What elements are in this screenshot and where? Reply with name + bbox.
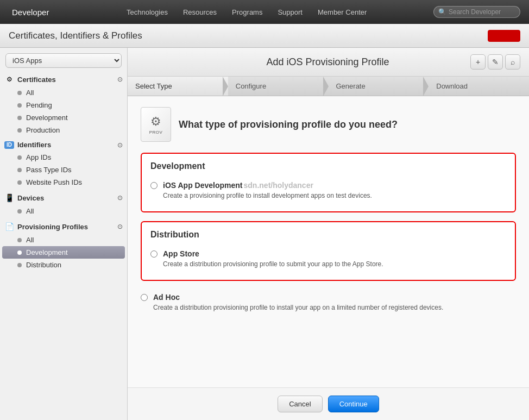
main-layout: iOS Apps ⚙ Certificates ⊙ All Pending [0, 48, 529, 420]
dot [17, 103, 22, 108]
identifiers-icon: ID [4, 141, 14, 149]
dot [17, 180, 22, 185]
sidebar-item-prov-distribution[interactable]: Distribution [0, 259, 127, 271]
profile-header: ⚙ PROV What type of provisioning profile… [141, 107, 516, 142]
ios-app-dev-content: iOS App Developmentsdn.net/holydancer Cr… [163, 181, 372, 200]
sidebar-item-certs-all[interactable]: All [0, 86, 127, 99]
dot [17, 155, 22, 160]
app-store-option: App Store Create a distribution provisio… [150, 246, 506, 272]
nav-links: Technologies Resources Programs Support … [60, 8, 433, 16]
edit-button[interactable]: ✎ [488, 54, 503, 70]
wizard-step-select-type[interactable]: Select Type [128, 77, 228, 96]
adhoc-section: Ad Hoc Create a distribution provisionin… [141, 290, 516, 312]
app-store-title: App Store [163, 249, 383, 258]
wizard-step-configure[interactable]: Configure [228, 77, 329, 96]
sidebar-item-website-push-ids[interactable]: Website Push IDs [0, 176, 127, 189]
developer-label: Developer [12, 8, 49, 17]
dot [17, 263, 22, 267]
certificates-icon: ⚙ [4, 74, 14, 84]
certificates-chevron: ⊙ [117, 76, 123, 83]
identifiers-header[interactable]: ID Identifiers ⊙ [0, 137, 127, 151]
distribution-section: Distribution App Store Create a distribu… [141, 221, 516, 281]
search-input[interactable] [449, 8, 519, 16]
wizard-step-generate[interactable]: Generate [329, 77, 429, 96]
provisioning-icon: 📄 [4, 222, 14, 231]
nav-support[interactable]: Support [278, 8, 303, 16]
dot [17, 168, 22, 172]
sidebar-section-devices: 📱 Devices ⊙ All [0, 190, 127, 217]
nav-resources[interactable]: Resources [183, 8, 217, 16]
certificates-header[interactable]: ⚙ Certificates ⊙ [0, 71, 127, 86]
dot [17, 209, 22, 214]
ios-app-dev-title: iOS App Developmentsdn.net/holydancer [163, 181, 372, 190]
gear-icon: ⚙ [150, 115, 161, 129]
dot [17, 250, 22, 255]
content-title: Add iOS Provisioning Profile [185, 57, 470, 68]
app-store-radio[interactable] [150, 250, 158, 258]
sidebar-item-pass-type-ids[interactable]: Pass Type IDs [0, 164, 127, 176]
sidebar-section-provisioning: 📄 Provisioning Profiles ⊙ All Developmen… [0, 218, 127, 271]
add-button[interactable]: + [470, 54, 486, 70]
distribution-title: Distribution [150, 230, 506, 240]
prov-icon: ⚙ PROV [141, 107, 171, 142]
app-store-desc: Create a distribution provisioning profi… [163, 259, 383, 269]
top-nav: Developer Technologies Resources Program… [0, 0, 529, 24]
wizard-step-download[interactable]: Download [429, 77, 529, 96]
sidebar-item-prov-development[interactable]: Development [2, 246, 125, 259]
certificates-items: All Pending Development Production [0, 86, 127, 136]
devices-items: All [0, 205, 127, 217]
dot [17, 91, 22, 95]
dot [17, 116, 22, 120]
devices-label: Devices [17, 194, 117, 202]
dot [17, 128, 22, 133]
devices-icon: 📱 [4, 193, 14, 203]
search-button[interactable]: ⌕ [505, 54, 520, 70]
cancel-button[interactable]: Cancel [278, 396, 322, 412]
adhoc-content: Ad Hoc Create a distribution provisionin… [153, 293, 443, 312]
provisioning-header[interactable]: 📄 Provisioning Profiles ⊙ [0, 218, 127, 234]
devices-chevron: ⊙ [117, 194, 123, 202]
nav-programs[interactable]: Programs [232, 8, 262, 16]
development-section: Development iOS App Developmentsdn.net/h… [141, 153, 516, 212]
devices-header[interactable]: 📱 Devices ⊙ [0, 190, 127, 205]
nav-logo[interactable]: Developer [9, 8, 49, 17]
identifiers-chevron: ⊙ [117, 141, 123, 149]
sidebar-section-identifiers: ID Identifiers ⊙ App IDs Pass Type IDs W… [0, 137, 127, 189]
content-footer: Cancel Continue [128, 387, 529, 420]
ios-app-dev-radio[interactable] [150, 182, 158, 189]
identifiers-items: App IDs Pass Type IDs Website Push IDs [0, 151, 127, 189]
sub-header-title: Certificates, Identifiers & Profiles [9, 30, 142, 41]
search-box: 🔍 [433, 6, 520, 18]
provisioning-items: All Development Distribution [0, 234, 127, 271]
certificates-label: Certificates [17, 76, 117, 84]
content-actions: + ✎ ⌕ [470, 54, 520, 70]
content-body: ⚙ PROV What type of provisioning profile… [128, 96, 529, 387]
sidebar-item-prov-all[interactable]: All [0, 234, 127, 246]
search-icon: 🔍 [438, 8, 446, 16]
ios-app-dev-desc: Create a provisioning profile to install… [163, 191, 372, 200]
nav-technologies[interactable]: Technologies [127, 8, 168, 16]
content-area: Add iOS Provisioning Profile + ✎ ⌕ Selec… [128, 48, 529, 420]
sidebar-item-certs-development[interactable]: Development [0, 111, 127, 124]
nav-member-center[interactable]: Member Center [318, 8, 367, 16]
ad-hoc-radio[interactable] [141, 294, 148, 301]
sidebar-item-devices-all[interactable]: All [0, 205, 127, 217]
account-badge[interactable] [488, 30, 520, 42]
sub-header: Certificates, Identifiers & Profiles [0, 24, 529, 48]
identifiers-label: Identifiers [17, 141, 117, 149]
provisioning-chevron: ⊙ [117, 223, 123, 230]
content-header: Add iOS Provisioning Profile + ✎ ⌕ [128, 48, 529, 77]
profile-question: What type of provisioning profile do you… [179, 119, 398, 130]
platform-select[interactable]: iOS Apps [5, 53, 122, 68]
adhoc-title: Ad Hoc [153, 293, 443, 302]
sidebar-item-certs-pending[interactable]: Pending [0, 99, 127, 111]
sidebar-item-certs-production[interactable]: Production [0, 124, 127, 136]
wizard-steps: Select Type Configure Generate Download [128, 77, 529, 96]
dot [17, 238, 22, 242]
watermark: sdn.net/holydancer [244, 181, 313, 190]
continue-button[interactable]: Continue [328, 396, 379, 412]
adhoc-desc: Create a distribution provisioning profi… [153, 303, 443, 312]
app-store-content: App Store Create a distribution provisio… [163, 249, 383, 269]
sidebar: iOS Apps ⚙ Certificates ⊙ All Pending [0, 48, 128, 420]
sidebar-item-app-ids[interactable]: App IDs [0, 151, 127, 164]
